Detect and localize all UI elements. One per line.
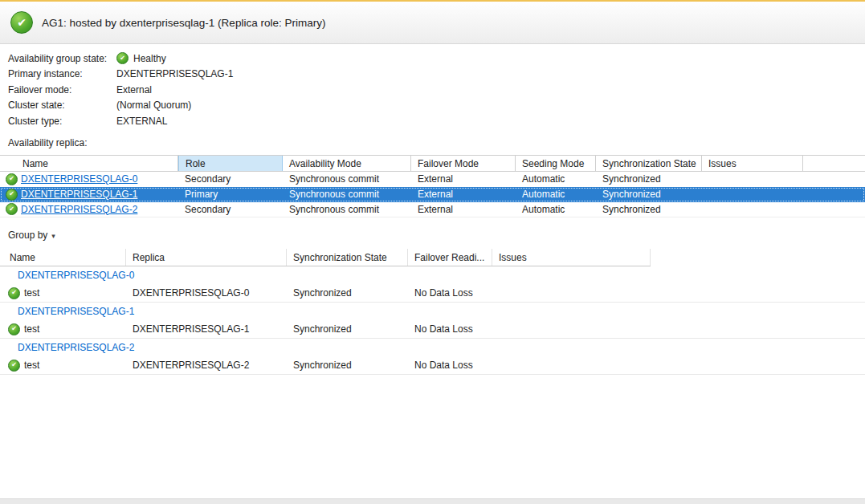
healthy-check-icon: ✔ (10, 11, 33, 34)
database-name: test (24, 323, 39, 335)
column-header-failover-mode[interactable]: Failover Mode (411, 156, 516, 171)
replica-name-cell: ✔ DXENTERPRISESQLAG-1 (0, 189, 178, 201)
synchronization-state-cell: Synchronized (596, 204, 702, 215)
database-name: test (24, 360, 39, 371)
failover-readiness-cell: No Data Loss (408, 287, 492, 299)
synchronization-state-cell: Synchronized (287, 323, 408, 335)
healthy-check-icon: ✔ (8, 360, 20, 372)
database-name-cell: ✔ test (0, 323, 126, 335)
database-name-cell: ✔ test (0, 360, 126, 372)
databases-grid: Name Replica Synchronization State Failo… (0, 249, 865, 375)
replica-row[interactable]: ✔ DXENTERPRISESQLAG-0 Secondary Synchron… (0, 172, 865, 187)
column-header-replica[interactable]: Replica (126, 249, 287, 266)
database-row[interactable]: ✔ test DXENTERPRISESQLAG-2 Synchronized … (0, 357, 865, 375)
column-header-failover-readiness[interactable]: Failover Readi... (408, 249, 492, 266)
column-header-issues[interactable]: Issues (702, 156, 803, 171)
column-header-seeding-mode[interactable]: Seeding Mode (516, 156, 596, 171)
availability-group-state-value: Healthy (133, 53, 166, 64)
availability-mode-cell: Synchronous commit (283, 173, 411, 185)
database-name: test (24, 287, 39, 299)
replica-link[interactable]: DXENTERPRISESQLAG-1 (21, 189, 137, 200)
seeding-mode-cell: Automatic (516, 189, 596, 200)
replica-row-selected[interactable]: ✔ DXENTERPRISESQLAG-1 Primary Synchronou… (0, 187, 865, 202)
window-bottom-edge (0, 498, 865, 504)
healthy-check-icon: ✔ (6, 173, 18, 185)
column-header-name[interactable]: Name (0, 249, 126, 266)
summary-row: Failover mode: External (8, 82, 865, 98)
chevron-down-icon: ▾ (51, 230, 55, 240)
synchronization-state-cell: Synchronized (596, 189, 702, 200)
column-header-availability-mode[interactable]: Availability Mode (283, 156, 411, 171)
replica-cell: DXENTERPRISESQLAG-0 (126, 287, 287, 299)
healthy-check-icon: ✔ (116, 52, 129, 64)
summary-label: Cluster state: (8, 100, 116, 111)
cluster-type-value: EXTERNAL (116, 116, 167, 127)
replica-cell: DXENTERPRISESQLAG-1 (126, 323, 287, 335)
summary-label: Failover mode: (8, 84, 116, 96)
summary-row: Primary instance: DXENTERPRISESQLAG-1 (8, 67, 865, 83)
failover-mode-cell: External (411, 189, 516, 200)
databases-grid-header: Name Replica Synchronization State Failo… (0, 249, 651, 266)
healthy-check-icon: ✔ (6, 203, 18, 215)
column-header-synchronization-state[interactable]: Synchronization State (596, 156, 702, 171)
column-header-filler (803, 156, 865, 171)
column-header-synchronization-state[interactable]: Synchronization State (287, 249, 408, 266)
availability-replica-label: Availability replica: (8, 137, 865, 148)
database-row[interactable]: ✔ test DXENTERPRISESQLAG-0 Synchronized … (0, 285, 865, 303)
failover-readiness-cell: No Data Loss (408, 360, 492, 371)
group-by-dropdown[interactable]: Group by ▾ (8, 230, 55, 241)
role-cell: Secondary (178, 173, 283, 185)
summary-panel: Availability group state: ✔ Healthy Prim… (0, 44, 865, 129)
database-row[interactable]: ✔ test DXENTERPRISESQLAG-1 Synchronized … (0, 321, 865, 339)
synchronization-state-cell: Synchronized (287, 287, 408, 299)
group-replica-name: DXENTERPRISESQLAG-0 (18, 270, 134, 281)
group-replica-name: DXENTERPRISESQLAG-1 (18, 306, 134, 317)
availability-mode-cell: Synchronous commit (283, 189, 411, 200)
summary-label: Availability group state: (8, 53, 116, 64)
replica-group-row[interactable]: DXENTERPRISESQLAG-1 (0, 303, 865, 321)
healthy-check-icon: ✔ (8, 323, 20, 335)
seeding-mode-cell: Automatic (516, 204, 596, 215)
replicas-grid-header: Name Role Availability Mode Failover Mod… (0, 155, 865, 172)
availability-replicas-grid: Name Role Availability Mode Failover Mod… (0, 155, 865, 217)
summary-label: Primary instance: (8, 68, 116, 79)
dashboard-header: ✔ AG1: hosted by dxenterprisesqlag-1 (Re… (0, 2, 865, 44)
role-cell: Primary (178, 189, 283, 200)
replica-link[interactable]: DXENTERPRISESQLAG-0 (21, 173, 137, 185)
replica-group-row[interactable]: DXENTERPRISESQLAG-0 (0, 266, 865, 285)
group-replica-name: DXENTERPRISESQLAG-2 (18, 342, 134, 353)
summary-label: Cluster type: (8, 116, 116, 127)
failover-readiness-cell: No Data Loss (408, 323, 492, 335)
failover-mode-cell: External (411, 173, 516, 185)
summary-row: Availability group state: ✔ Healthy (8, 51, 865, 67)
page-title: AG1: hosted by dxenterprisesqlag-1 (Repl… (42, 17, 325, 29)
replica-link[interactable]: DXENTERPRISESQLAG-2 (21, 204, 137, 215)
availability-mode-cell: Synchronous commit (283, 204, 411, 215)
healthy-check-icon: ✔ (8, 287, 20, 299)
column-header-name[interactable]: Name (0, 156, 178, 171)
replica-cell: DXENTERPRISESQLAG-2 (126, 360, 287, 371)
role-cell: Secondary (178, 204, 283, 215)
healthy-check-icon: ✔ (6, 189, 18, 201)
replica-name-cell: ✔ DXENTERPRISESQLAG-0 (0, 173, 178, 185)
column-header-role[interactable]: Role (178, 156, 283, 171)
column-header-issues[interactable]: Issues (492, 249, 651, 266)
replica-row[interactable]: ✔ DXENTERPRISESQLAG-2 Secondary Synchron… (0, 202, 865, 217)
cluster-state-value: (Normal Quorum) (116, 100, 191, 111)
group-by-label: Group by (8, 230, 47, 241)
replica-group-row[interactable]: DXENTERPRISESQLAG-2 (0, 339, 865, 357)
synchronization-state-cell: Synchronized (596, 173, 702, 185)
database-name-cell: ✔ test (0, 287, 126, 299)
primary-instance-value: DXENTERPRISESQLAG-1 (116, 68, 233, 79)
summary-row: Cluster state: (Normal Quorum) (8, 98, 865, 114)
replica-name-cell: ✔ DXENTERPRISESQLAG-2 (0, 203, 178, 215)
summary-row: Cluster type: EXTERNAL (8, 113, 865, 129)
failover-mode-value: External (116, 84, 152, 96)
seeding-mode-cell: Automatic (516, 173, 596, 185)
synchronization-state-cell: Synchronized (287, 360, 408, 371)
failover-mode-cell: External (411, 204, 516, 215)
